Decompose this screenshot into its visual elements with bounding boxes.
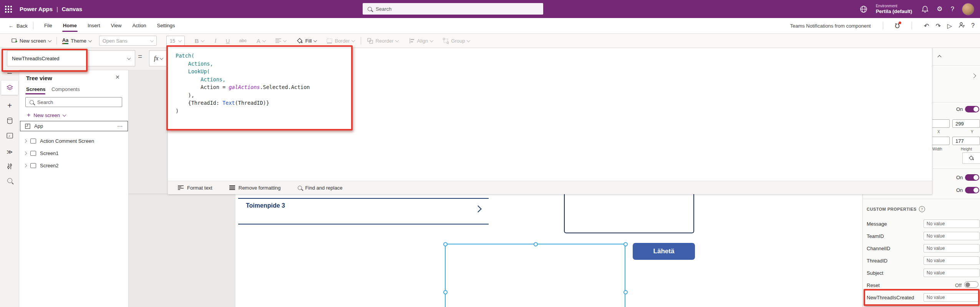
chevron-down-icon	[150, 38, 154, 42]
underline-icon[interactable]: U	[226, 38, 230, 44]
property-value-input[interactable]: No value	[924, 232, 980, 240]
help-icon[interactable]: ?	[971, 22, 975, 29]
menu-item-file[interactable]: File	[39, 18, 58, 33]
chevron-right-icon[interactable]	[23, 151, 27, 155]
visible-toggle[interactable]	[965, 174, 979, 181]
align-button[interactable]: Align	[409, 38, 433, 44]
chevron-right-icon[interactable]	[23, 163, 27, 167]
visible-toggle[interactable]	[965, 187, 979, 193]
share-person-icon[interactable]	[958, 22, 965, 30]
remove-formatting-button[interactable]: Remove formatting	[229, 185, 281, 191]
app-checker-error-dot	[899, 21, 901, 24]
more-options-button[interactable]: ···	[118, 124, 123, 129]
theme-icon: Aa	[62, 37, 69, 44]
tree-search-input[interactable]: Search	[25, 97, 122, 107]
selection-handle[interactable]	[443, 242, 448, 246]
expand-section-chevron-icon[interactable]	[971, 73, 976, 78]
visible-toggle-label: On	[956, 106, 963, 112]
screen-icon	[30, 151, 36, 156]
plus-icon: +	[27, 112, 30, 119]
text-align-icon[interactable]	[275, 38, 286, 43]
insert-plus-icon[interactable]: +	[0, 101, 19, 110]
tree-item-screen[interactable]: Action Comment Screen	[20, 136, 128, 146]
tree-item-app[interactable]: App ···	[20, 121, 128, 131]
reset-toggle[interactable]	[964, 281, 978, 288]
property-value-input[interactable]: No value	[924, 220, 980, 228]
tab-screens[interactable]: Screens	[26, 86, 46, 92]
menu-item-home[interactable]: Home	[58, 18, 82, 33]
current-app-title: Teams Notifications from component	[790, 23, 871, 29]
info-icon[interactable]: ?	[919, 206, 925, 212]
italic-icon[interactable]: I	[215, 38, 217, 44]
font-family-select[interactable]: Open Sans	[99, 36, 157, 46]
fill-button[interactable]: Fill	[297, 38, 317, 44]
tree-item-label: Screen2	[40, 163, 58, 168]
tree-view-layers-icon	[7, 85, 13, 91]
menu-item-settings[interactable]: Settings	[152, 18, 181, 33]
font-size-select[interactable]: 15	[166, 36, 185, 46]
global-search-input[interactable]: Search	[363, 3, 543, 15]
data-icon[interactable]	[0, 117, 19, 125]
menu-item-view[interactable]: View	[106, 18, 127, 33]
preview-play-icon[interactable]: ▷	[947, 22, 952, 30]
app-checker-icon[interactable]: ℧	[895, 22, 900, 30]
property-label: Message	[867, 221, 887, 227]
tree-item-screen[interactable]: Screen2	[20, 160, 128, 170]
bold-icon[interactable]: B	[195, 38, 204, 44]
find-and-replace-button[interactable]: Find and replace	[298, 185, 343, 191]
help-icon[interactable]: ?	[951, 5, 954, 13]
new-screen-button[interactable]: + New screen	[27, 112, 66, 119]
settings-gear-icon[interactable]: ⚙	[937, 5, 942, 13]
search-icon[interactable]	[0, 178, 19, 185]
reorder-button[interactable]: Reorder	[367, 38, 398, 44]
height-input[interactable]: 177	[952, 137, 980, 145]
selection-handle[interactable]	[443, 290, 448, 294]
user-avatar[interactable]	[962, 3, 974, 15]
power-automate-icon[interactable]: ≫	[0, 149, 19, 155]
property-value-input[interactable]: No value	[924, 256, 980, 265]
selection-handle[interactable]	[534, 242, 538, 246]
selection-rect[interactable]	[445, 244, 625, 307]
selection-handle[interactable]	[623, 290, 628, 294]
new-screen-button[interactable]: New screen	[12, 38, 51, 44]
menu-item-action[interactable]: Action	[127, 18, 151, 33]
y-input[interactable]: 299	[952, 119, 980, 128]
undo-icon[interactable]: ↶	[924, 22, 929, 30]
back-button[interactable]: ← Back	[8, 23, 28, 29]
power-apps-studio: Power Apps | Canvas Search Environment P…	[0, 0, 980, 307]
selection-handle[interactable]	[623, 242, 628, 246]
formula-code[interactable]: Patch( Actions, LookUp( Actions, Action …	[176, 52, 310, 115]
font-color-icon[interactable]: A	[257, 38, 265, 44]
advanced-tools-icon[interactable]	[0, 163, 19, 171]
canvas-list-item-label[interactable]: Toimenpide 3	[246, 202, 285, 209]
environment-picker[interactable]: Environment Pertila (default)	[876, 4, 912, 15]
notifications-bell-icon[interactable]	[922, 5, 929, 13]
group-button[interactable]: Group	[443, 38, 470, 44]
tree-item-screen[interactable]: Screen1	[20, 148, 128, 158]
tree-view-rail-item[interactable]	[1, 81, 18, 95]
media-icon[interactable]: ♪	[0, 133, 19, 140]
property-value-input[interactable]: No value	[924, 293, 980, 302]
chevron-right-icon[interactable]	[23, 139, 27, 143]
theme-button[interactable]: Aa Theme	[62, 37, 91, 44]
format-text-button[interactable]: Format text	[178, 185, 212, 191]
fx-dropdown[interactable]: fx	[149, 50, 168, 66]
fill-color-button[interactable]	[962, 152, 980, 164]
visible-toggle[interactable]	[965, 106, 979, 112]
property-value-input[interactable]: No value	[924, 269, 980, 277]
formula-editor[interactable]: Patch( Actions, LookUp( Actions, Action …	[168, 48, 932, 194]
property-value-input[interactable]: No value	[924, 244, 980, 253]
send-button[interactable]: Lähetä	[633, 243, 695, 260]
property-selector-dropdown[interactable]: NewThreadIsCreated	[7, 50, 135, 66]
chevron-down-icon	[178, 38, 182, 42]
close-icon[interactable]: ✕	[115, 74, 120, 80]
waffle-icon[interactable]	[5, 6, 12, 13]
tab-components[interactable]: Components	[51, 86, 80, 92]
canvas-text-input-box[interactable]	[564, 194, 694, 233]
collapse-formula-chevron-up-icon[interactable]	[938, 55, 942, 59]
fx-icon: fx	[154, 55, 159, 62]
menu-item-insert[interactable]: Insert	[82, 18, 106, 33]
border-button[interactable]: Border	[327, 38, 355, 44]
redo-icon[interactable]: ↷	[935, 22, 940, 30]
strikethrough-icon[interactable]: abc	[239, 38, 246, 43]
